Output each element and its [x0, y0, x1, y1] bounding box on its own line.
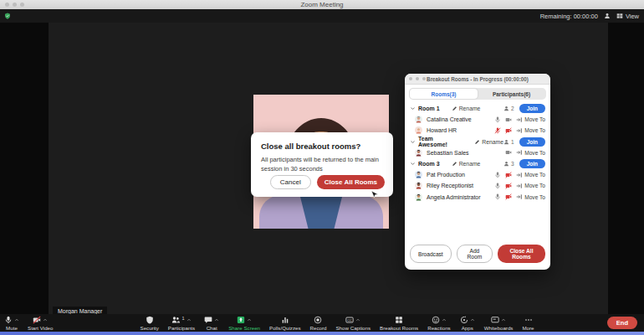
- move-to-label: Move To: [524, 183, 545, 188]
- close-all-rooms-confirm-button[interactable]: Close All Rooms: [317, 175, 385, 189]
- move-to-button[interactable]: Move To: [516, 149, 545, 156]
- toolbar-chat[interactable]: Chat: [204, 315, 219, 331]
- move-to-icon: [516, 116, 523, 123]
- toolbar-show-captions-iconrow: CC: [345, 315, 360, 324]
- window-title: Zoom Meeting: [0, 0, 644, 9]
- cancel-button[interactable]: Cancel: [270, 175, 311, 189]
- participant-avatar: [415, 182, 422, 189]
- move-to-icon: [516, 149, 523, 156]
- toolbar-security-iconrow: [146, 315, 154, 324]
- meeting-topbar: Remaining: 00:00:00 View: [0, 9, 644, 23]
- participant-status-icons: Move To: [494, 127, 545, 134]
- rooms-list: Room 1Rename2JoinCatalina CreativeMove T…: [405, 101, 550, 239]
- move-to-label: Move To: [524, 127, 545, 133]
- person-count-icon: [503, 106, 509, 111]
- join-room-button[interactable]: Join: [519, 104, 545, 113]
- move-to-label: Move To: [524, 194, 545, 200]
- toolbar-chat-label: Chat: [207, 325, 217, 331]
- view-label: View: [626, 13, 639, 20]
- zoom-app-window: Zoom Meeting Remaining: 00:00:00 View: [0, 0, 644, 335]
- close-rooms-dialog: Close all breakout rooms? All participan…: [251, 132, 393, 197]
- toolbar-polls-quizzes-iconrow: [281, 315, 289, 324]
- rename-label: Rename: [482, 139, 503, 145]
- participant-name: Riley Receptionist: [427, 183, 473, 188]
- toolbar-whiteboards[interactable]: Whiteboards: [484, 315, 514, 331]
- encryption-shield-icon[interactable]: [4, 13, 11, 19]
- collapse-room-icon: [410, 139, 416, 145]
- video-stage: Morgan Manager Close all breakout rooms?…: [0, 23, 644, 314]
- chevron-up-icon: [247, 317, 252, 322]
- person-count-icon: [503, 161, 509, 167]
- svg-text:CC: CC: [348, 318, 353, 322]
- participant-row: Catalina CreativeMove To: [405, 114, 550, 125]
- toolbar-participants-iconrow: 1: [171, 315, 191, 324]
- rename-button[interactable]: Rename: [452, 161, 481, 167]
- mic-on-icon: [494, 116, 501, 123]
- toolbar-apps[interactable]: Apps: [460, 315, 475, 331]
- stage-right-pillar: [608, 23, 644, 314]
- move-to-button[interactable]: Move To: [516, 183, 545, 189]
- toolbar-record-iconrow: [314, 315, 322, 324]
- chat-icon: [204, 316, 212, 324]
- chevron-up-icon: [214, 317, 219, 322]
- panel-tabs: Rooms(3) Participants(6): [409, 88, 546, 100]
- toolbar-share-screen-iconrow: [237, 315, 252, 324]
- toolbar-chat-iconrow: [204, 315, 219, 324]
- toolbar-start-video[interactable]: Start Video: [28, 315, 54, 331]
- video-on-icon: [505, 149, 512, 156]
- breakout-rooms-panel: Breakout Rooms - In Progress (00:00:00) …: [405, 74, 550, 270]
- rename-label: Rename: [459, 106, 481, 111]
- move-to-label: Move To: [524, 116, 545, 122]
- view-button[interactable]: View: [616, 13, 639, 20]
- shield-icon: [146, 316, 154, 324]
- rename-label: Rename: [459, 161, 481, 167]
- video-stopped-icon: [505, 127, 512, 134]
- record-icon: [314, 316, 322, 324]
- close-all-rooms-button[interactable]: Close All Rooms: [498, 245, 545, 263]
- person-icon[interactable]: [604, 13, 611, 19]
- toolbar-security[interactable]: Security: [141, 315, 159, 331]
- toolbar-breakout-rooms-iconrow: [395, 315, 403, 324]
- toolbar-record[interactable]: Record: [310, 315, 327, 331]
- chevron-up-icon: [355, 317, 360, 322]
- participant-avatar: [415, 116, 422, 123]
- move-to-button[interactable]: Move To: [516, 193, 545, 200]
- join-room-button[interactable]: Join: [519, 159, 545, 168]
- toolbar-mute[interactable]: Mute: [4, 315, 19, 331]
- toolbar-participants[interactable]: 1Participants: [168, 315, 195, 331]
- rename-button[interactable]: Rename: [474, 139, 503, 145]
- move-to-button[interactable]: Move To: [516, 127, 545, 134]
- room-header-row: Room 1Rename2Join: [405, 103, 550, 114]
- tab-rooms[interactable]: Rooms(3): [410, 89, 478, 99]
- rename-button[interactable]: Rename: [452, 106, 481, 111]
- video-stopped-icon: [505, 193, 512, 200]
- participant-status-icons: Move To: [505, 149, 545, 156]
- participant-row: Sebastian SalesMove To: [405, 147, 550, 158]
- apps-icon: [460, 316, 468, 324]
- collapse-room-icon: [410, 106, 416, 111]
- end-meeting-button[interactable]: End: [607, 317, 637, 329]
- video-on-icon: [505, 116, 512, 123]
- tab-participants[interactable]: Participants(6): [478, 89, 545, 99]
- dialog-title: Close all breakout rooms?: [261, 142, 383, 151]
- move-to-button[interactable]: Move To: [516, 172, 545, 178]
- collapse-room-icon: [410, 161, 416, 167]
- toolbar-polls-quizzes-label: Polls/Quizzes: [269, 325, 300, 331]
- broadcast-button[interactable]: Broadcast: [410, 245, 452, 263]
- toolbar-whiteboards-iconrow: [491, 315, 506, 324]
- toolbar-more[interactable]: More: [522, 315, 534, 331]
- toolbar-start-video-iconrow: [33, 315, 48, 324]
- move-to-icon: [516, 183, 523, 189]
- meeting-toolbar: MuteStart Video Security1ParticipantsCha…: [0, 314, 644, 332]
- toolbar-share-screen[interactable]: Share Screen: [228, 315, 260, 331]
- toolbar-show-captions[interactable]: CCShow Captions: [335, 315, 371, 331]
- add-room-button[interactable]: Add Room: [457, 245, 493, 263]
- toolbar-whiteboards-label: Whiteboards: [484, 325, 514, 331]
- join-room-button[interactable]: Join: [519, 137, 545, 147]
- toolbar-security-label: Security: [141, 325, 159, 331]
- toolbar-breakout-rooms[interactable]: Breakout Rooms: [380, 315, 418, 331]
- desktop-edge-strip: [0, 332, 644, 335]
- toolbar-polls-quizzes[interactable]: Polls/Quizzes: [269, 315, 300, 331]
- move-to-button[interactable]: Move To: [516, 116, 545, 123]
- toolbar-reactions[interactable]: Reactions: [427, 315, 451, 331]
